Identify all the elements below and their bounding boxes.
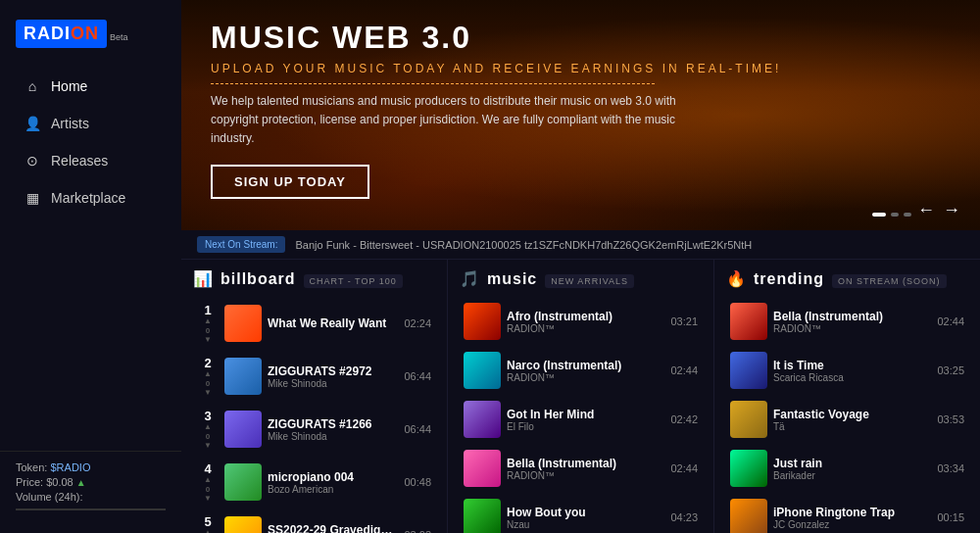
track-info: SS2022-29 Gravediggaz (Hallowe... Ejkew <box>268 523 398 534</box>
billboard-track-row[interactable]: 3 ▲ 0 ▼ ZIGGURATS #1266 Mike Shinoda 06:… <box>193 404 435 455</box>
track-duration: 02:44 <box>670 462 698 474</box>
hero-subtitle: UPLOAD YOUR MUSIC TODAY AND RECEIVE EARN… <box>211 62 951 75</box>
billboard-subtitle: CHART - TOP 100 <box>304 274 403 288</box>
music-title: music <box>487 270 537 288</box>
vote-down-icon[interactable]: ▼ <box>204 336 212 344</box>
track-artist: El Filo <box>507 421 664 432</box>
trending-track-row[interactable]: iPhone Ringtone Trap JC Gonzalez 00:15 <box>726 494 968 533</box>
trending-track-row[interactable]: Bella (Instrumental) RADION™ 02:44 <box>726 298 968 345</box>
token-price: $0.08 <box>46 476 74 488</box>
track-artist: Nzau <box>507 519 664 530</box>
track-info: It is Time Scarica Ricasca <box>773 359 931 383</box>
track-thumbnail <box>730 352 767 389</box>
sidebar-item-artists[interactable]: 👤 Artists <box>8 106 173 141</box>
track-thumbnail <box>464 499 501 533</box>
sidebar-item-home[interactable]: ⌂ Home <box>8 69 173 104</box>
track-thumbnail <box>224 463 262 501</box>
track-thumbnail <box>730 450 767 487</box>
track-number: 2 ▲ 0 ▼ <box>197 356 219 397</box>
music-track-row[interactable]: How Bout you Nzau 04:23 <box>460 494 702 533</box>
sidebar-item-marketplace[interactable]: ▦ Marketplace <box>8 180 173 216</box>
hero-description: We help talented musicians and music pro… <box>211 92 701 149</box>
track-artist: RADION™ <box>507 470 664 481</box>
track-thumbnail <box>464 303 501 340</box>
trending-title: trending <box>754 270 824 288</box>
track-name: ZIGGURATS #2972 <box>268 364 398 378</box>
trending-track-row[interactable]: Just rain Barikader 03:34 <box>726 445 968 492</box>
track-info: Narco (Instrumental) RADION™ <box>507 359 664 383</box>
vote-down-icon[interactable]: ▼ <box>204 495 212 503</box>
hero-title-web: WEB 3.0 <box>332 20 471 55</box>
trending-track-row[interactable]: Fantastic Voyage Tä 03:53 <box>726 396 968 443</box>
track-num-text: 4 <box>204 461 211 476</box>
track-name: Narco (Instrumental) <box>507 359 664 372</box>
track-info: Got In Her Mind El Filo <box>507 408 664 432</box>
sidebar-item-releases[interactable]: ⊙ Releases <box>8 143 173 178</box>
signup-button[interactable]: SIGN UP TODAY <box>211 165 369 199</box>
trending-track-row[interactable]: It is Time Scarica Ricasca 03:25 <box>726 347 968 394</box>
track-info: What We Really Want <box>268 316 398 330</box>
track-num-text: 5 <box>204 514 211 529</box>
track-name: How Bout you <box>507 506 664 519</box>
logo-radi: RADI <box>24 24 71 43</box>
music-header: 🎵 music NEW ARRIVALS <box>460 269 702 288</box>
home-icon: ⌂ <box>24 77 41 95</box>
sidebar-label-marketplace: Marketplace <box>51 190 125 206</box>
logo: RADION <box>16 20 107 48</box>
hero-title: MUSIC WEB 3.0 <box>211 20 951 56</box>
billboard-header: 📊 billboard CHART - TOP 100 <box>193 269 435 288</box>
track-thumbnail <box>224 411 262 448</box>
track-artist: RADION™ <box>507 323 664 334</box>
stream-label: Next On Stream: <box>197 236 285 253</box>
billboard-track-row[interactable]: 2 ▲ 0 ▼ ZIGGURATS #2972 Mike Shinoda 06:… <box>193 351 435 402</box>
sidebar-label-releases: Releases <box>51 153 108 169</box>
vote-up-icon[interactable]: ▲ <box>204 423 212 431</box>
vote-down-icon[interactable]: ▼ <box>204 389 212 397</box>
track-name: iPhone Ringtone Trap <box>773 506 931 519</box>
track-artist: RADION™ <box>773 323 931 334</box>
track-duration: 03:21 <box>670 315 698 327</box>
music-track-row[interactable]: Afro (Instrumental) RADION™ 03:21 <box>460 298 702 345</box>
track-artist: Mike Shinoda <box>268 378 398 389</box>
track-duration: 06:44 <box>404 370 431 382</box>
track-number: 5 ▲ 0 ▼ <box>197 514 219 533</box>
track-artist: Barikader <box>773 470 931 481</box>
track-name: It is Time <box>773 359 931 372</box>
track-name: What We Really Want <box>268 316 398 330</box>
vote-up-icon[interactable]: ▲ <box>204 317 212 325</box>
track-artist: Mike Shinoda <box>268 431 398 442</box>
music-subtitle: NEW ARRIVALS <box>545 274 634 288</box>
billboard-track-row[interactable]: 4 ▲ 0 ▼ micropiano 004 Bozo American 00:… <box>193 457 435 508</box>
track-num-text: 2 <box>204 356 211 370</box>
vote-count: 0 <box>206 379 210 388</box>
billboard-title: billboard <box>220 270 296 288</box>
trending-header: 🔥 trending ON STREAM (soon) <box>726 269 968 288</box>
trending-subtitle: ON STREAM (soon) <box>832 274 947 288</box>
vote-up-icon[interactable]: ▲ <box>204 476 212 484</box>
track-duration: 03:34 <box>937 462 964 474</box>
track-info: ZIGGURATS #1266 Mike Shinoda <box>268 417 398 442</box>
track-thumbnail <box>464 401 501 438</box>
hero-divider <box>211 83 655 84</box>
trending-panel: 🔥 trending ON STREAM (soon) Bella (Instr… <box>714 260 980 533</box>
vote-up-icon[interactable]: ▲ <box>204 370 212 378</box>
releases-icon: ⊙ <box>24 152 41 170</box>
track-name: micropiano 004 <box>268 470 398 484</box>
track-thumbnail <box>224 516 262 533</box>
music-panel: 🎵 music NEW ARRIVALS Afro (Instrumental)… <box>448 260 713 533</box>
vote-down-icon[interactable]: ▼ <box>204 442 212 450</box>
billboard-track-row[interactable]: 1 ▲ 0 ▼ What We Really Want 02:24 <box>193 298 435 349</box>
track-duration: 04:23 <box>670 511 698 523</box>
track-duration: 02:24 <box>404 317 431 329</box>
track-name: Bella (Instrumental) <box>507 457 664 470</box>
track-number: 3 ▲ 0 ▼ <box>197 409 219 450</box>
logo-on: ON <box>71 24 99 43</box>
billboard-track-row[interactable]: 5 ▲ 0 ▼ SS2022-29 Gravediggaz (Hallowe..… <box>193 509 435 533</box>
music-track-row[interactable]: Narco (Instrumental) RADION™ 02:44 <box>460 347 702 394</box>
music-track-row[interactable]: Got In Her Mind El Filo 02:42 <box>460 396 702 443</box>
sidebar-label-artists: Artists <box>51 116 89 131</box>
vote-up-icon[interactable]: ▲ <box>204 529 212 533</box>
track-votes: ▲ 0 ▼ <box>204 370 212 397</box>
music-track-row[interactable]: Bella (Instrumental) RADION™ 02:44 <box>460 445 702 492</box>
main-content: MUSIC WEB 3.0 UPLOAD YOUR MUSIC TODAY AN… <box>181 0 980 533</box>
